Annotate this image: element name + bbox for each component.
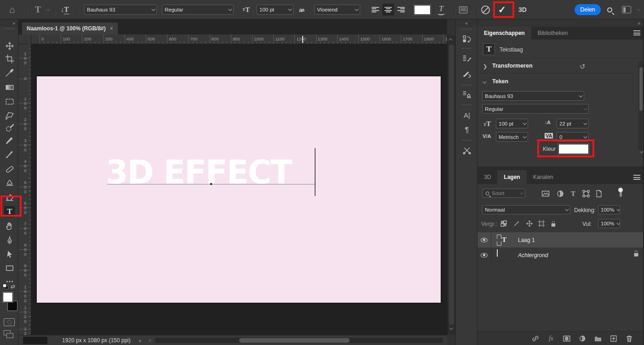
panel-icon-history[interactable]	[461, 33, 473, 45]
tool-eyedropper[interactable]	[4, 67, 15, 78]
background-color-swatch[interactable]	[7, 301, 17, 311]
tracking-select[interactable]: 0	[557, 132, 589, 142]
workspace-chevron-icon[interactable]	[637, 0, 639, 19]
type-tool-preset-icon[interactable]: T	[35, 0, 41, 19]
leading-select[interactable]: 22 pt	[557, 119, 589, 128]
tab-lagen[interactable]: Lagen	[497, 170, 526, 184]
text-color-field[interactable]	[558, 144, 589, 154]
align-center-button[interactable]	[382, 4, 394, 16]
new-layer-icon[interactable]	[609, 334, 618, 343]
canvas-text-layer[interactable]: 3D EFFECT	[106, 153, 292, 192]
layer-name[interactable]: Laag 1	[518, 237, 535, 243]
anti-alias-select[interactable]: Vloeiend	[314, 5, 360, 15]
panel-icon-brushes[interactable]	[461, 68, 473, 80]
screen-mode-icon[interactable]	[4, 330, 15, 339]
tab-eigenschappen[interactable]: Eigenschappen	[477, 27, 531, 40]
layer-filter-select[interactable]: Soort	[482, 189, 525, 198]
toggle-panels-icon[interactable]	[459, 0, 467, 19]
panel-font-style-select[interactable]: Regular	[482, 104, 589, 114]
document-tab[interactable]: Naamloos-1 @ 100% (RGB/8#) ×	[22, 23, 118, 34]
panel-font-family-select[interactable]: Bauhaus 93	[482, 91, 584, 101]
delete-layer-icon[interactable]	[625, 334, 634, 343]
panel-grip[interactable]	[461, 47, 473, 50]
panel-font-size-select[interactable]: 100 pt	[496, 119, 528, 128]
workspace-icon[interactable]	[622, 0, 631, 19]
filter-type-icon[interactable]: T	[569, 190, 578, 198]
transform-collapse-icon[interactable]: ❯	[483, 63, 487, 69]
3d-button[interactable]: 3D	[518, 0, 527, 19]
tool-preset-chevron-icon[interactable]	[46, 0, 49, 19]
tool-move[interactable]	[4, 40, 15, 52]
align-left-button[interactable]	[369, 4, 381, 16]
add-mask-icon[interactable]	[562, 334, 571, 343]
properties-scrollbar[interactable]	[638, 61, 643, 153]
panel-grip[interactable]	[461, 28, 473, 30]
home-icon[interactable]: ⌂	[9, 0, 15, 19]
tool-selection-brush[interactable]	[4, 122, 15, 133]
tool-hand[interactable]	[4, 220, 15, 231]
align-right-button[interactable]	[395, 4, 407, 16]
tool-eraser[interactable]	[4, 191, 15, 202]
layer-effects-icon[interactable]: fx	[546, 334, 556, 343]
tab-bibliotheken[interactable]: Bibliotheken	[531, 27, 574, 40]
lock-position-icon[interactable]	[525, 219, 534, 228]
opacity-select[interactable]: 100%	[598, 205, 620, 214]
tool-brush[interactable]	[4, 149, 15, 160]
commit-edits-icon[interactable]: ✓	[498, 0, 506, 19]
vertical-scrollbar[interactable]	[447, 34, 455, 335]
reset-transform-icon[interactable]: ↺	[580, 63, 586, 71]
tool-pen[interactable]	[4, 235, 15, 246]
filter-shape-icon[interactable]	[581, 190, 591, 198]
panel-icon-paragraph[interactable]: ¶	[461, 124, 473, 136]
default-colors-icon[interactable]	[3, 284, 9, 290]
canvas-pasteboard[interactable]: 3D EFFECT	[31, 44, 447, 335]
lock-artboard-icon[interactable]	[537, 219, 546, 228]
panel-icon-clone-source[interactable]	[461, 88, 473, 100]
panel-icon-tool-presets[interactable]	[461, 144, 473, 156]
cancel-edits-icon[interactable]	[481, 0, 490, 19]
tool-shape[interactable]	[4, 263, 15, 274]
panel-icon-brush-settings[interactable]	[461, 52, 473, 64]
horizontal-scrollbar[interactable]	[155, 338, 443, 343]
panel-icon-character[interactable]: A|	[461, 109, 473, 121]
collapse-right-panels-icon[interactable]: »	[477, 19, 644, 27]
font-family-select[interactable]: Bauhaus 93	[84, 5, 157, 15]
character-collapse-icon[interactable]	[483, 79, 485, 85]
visibility-eye-icon[interactable]	[481, 238, 488, 242]
font-style-select[interactable]: Regular	[162, 5, 234, 15]
tab-3d[interactable]: 3D	[477, 170, 497, 184]
link-layers-icon[interactable]	[531, 334, 540, 343]
tool-gradient[interactable]	[4, 82, 15, 93]
character-section-label[interactable]: Teken	[492, 78, 508, 85]
text-layer-thumbnail[interactable]: T	[497, 235, 512, 246]
tool-clone-stamp[interactable]	[4, 177, 15, 188]
blend-mode-select[interactable]: Normaal	[482, 205, 570, 214]
transform-section-label[interactable]: Transformeren	[492, 63, 533, 69]
status-chevron-icon[interactable]: ›	[139, 337, 141, 344]
zoom-level-field[interactable]	[23, 337, 47, 344]
quick-mask-icon[interactable]	[4, 318, 15, 326]
lock-transparency-icon[interactable]	[500, 219, 508, 228]
tool-mixer-brush[interactable]	[4, 135, 15, 146]
panel-grip[interactable]	[461, 84, 473, 86]
foreground-color-swatch[interactable]	[3, 292, 13, 302]
close-tab-icon[interactable]: ×	[110, 25, 113, 32]
tool-crop[interactable]	[4, 53, 15, 64]
layer-row-achtergrond[interactable]: Achtergrond	[477, 247, 644, 263]
fill-select[interactable]: 100%	[598, 219, 620, 228]
tool-path-select[interactable]	[4, 249, 15, 260]
search-icon[interactable]	[607, 0, 612, 19]
tool-type[interactable]: T	[4, 206, 15, 217]
visibility-eye-icon[interactable]	[481, 253, 488, 258]
expand-panels-icon[interactable]: «	[456, 19, 477, 27]
filter-image-icon[interactable]	[541, 190, 550, 198]
adjustment-layer-icon[interactable]	[578, 334, 587, 343]
font-size-select[interactable]: 100 pt	[257, 5, 293, 15]
horizontal-ruler[interactable]: 0100200300400500600700800900100011001200…	[31, 34, 447, 44]
tool-marquee[interactable]	[4, 96, 15, 107]
layer-name[interactable]: Achtergrond	[518, 252, 548, 259]
share-button[interactable]: Delen	[575, 4, 601, 15]
canvas[interactable]: 3D EFFECT	[37, 76, 441, 303]
panel-grip[interactable]	[461, 139, 473, 142]
scroll-left-arrow-icon[interactable]: ‹	[149, 337, 151, 344]
